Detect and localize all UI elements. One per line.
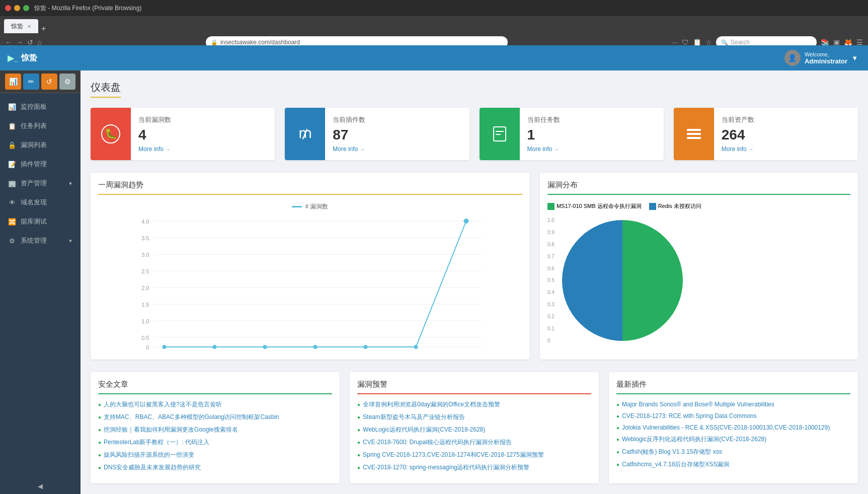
bullet-icon: ●	[98, 465, 101, 470]
plugin-link-6[interactable]: Catfishcms_v4.7.18后台存储型XSS漏洞	[622, 461, 729, 468]
vuln-alerts-title: 漏洞预警	[357, 380, 591, 394]
vuln-card-more[interactable]: More info →	[138, 146, 267, 153]
svg-text:2018-04-22: 2018-04-22	[353, 351, 379, 352]
user-text: Welcome, Administrator	[805, 51, 847, 65]
sidebar-label-sysadmin: 系统管理	[21, 236, 47, 245]
security-link-5[interactable]: 旋风风险扫描开源系统的一些演变	[104, 451, 194, 458]
pie-legend-label-2: Redis 未授权访问	[658, 202, 701, 210]
svg-rect-5	[496, 134, 501, 135]
toolbar-refresh-btn[interactable]: ↺	[41, 74, 57, 90]
plugin-card-label: 当前插件数	[333, 115, 461, 124]
svg-text:0: 0	[146, 344, 149, 350]
assets-expand-icon: ▼	[68, 181, 73, 186]
pie-chart-title: 漏洞分布	[547, 180, 850, 195]
user-dropdown-icon[interactable]: ▼	[851, 54, 858, 62]
svg-point-35	[212, 345, 216, 349]
list-item: ●旋风风险扫描开源系统的一些演变	[98, 451, 332, 459]
vuln-link-6[interactable]: CVE-2018-1270: spring-messaging远程代码执行漏洞分…	[363, 464, 529, 471]
sidebar-item-assets[interactable]: 🏢 资产管理 ▼	[0, 174, 81, 193]
close-button[interactable]	[5, 5, 11, 11]
latest-plugins-panel: 最新插件 ●Major Brands Sonos® and Bose® Mult…	[609, 372, 858, 483]
toolbar-edit-btn[interactable]: ✏	[23, 74, 39, 90]
vuln-link-4[interactable]: CVE-2018-7600: Drupal核心远程代码执行漏洞分析报告	[363, 439, 512, 446]
bullet-icon: ●	[357, 465, 360, 470]
assets-icon: 🏢	[8, 180, 17, 187]
svg-text:1.0: 1.0	[141, 318, 149, 324]
user-avatar: 👤	[784, 50, 801, 66]
toolbar-chart-btn[interactable]: 📊	[5, 74, 21, 90]
svg-text:2018-04-20: 2018-04-20	[252, 351, 278, 352]
list-item: ●Jolokia Vulnerabilities - RCE & XSS(CVE…	[616, 424, 850, 431]
security-link-3[interactable]: 挖洞经验｜看我如何利用漏洞更改Google搜索排名	[104, 426, 238, 433]
task-more-arrow: →	[554, 147, 559, 152]
svg-text:4.0: 4.0	[141, 219, 149, 225]
svg-text:2018-04-21: 2018-04-21	[302, 351, 329, 352]
asset-card-icon	[674, 108, 714, 160]
vuln-link-3[interactable]: WebLogic远程代码执行漏洞(CVE-2018-2628)	[363, 426, 485, 433]
line-chart-legend: # 漏洞数	[98, 202, 522, 211]
sysadmin-expand-icon: ▼	[68, 238, 73, 244]
task-card-more[interactable]: More info →	[527, 146, 656, 153]
security-link-4[interactable]: PentesterLab新手教程（一）: 代码注入	[104, 439, 209, 446]
line-chart-title: 一周漏洞趋势	[98, 180, 522, 195]
db-icon: 🔀	[8, 218, 17, 226]
new-tab-button[interactable]: +	[41, 24, 46, 33]
sidebar-item-domain[interactable]: 👁 域名发现	[0, 193, 81, 212]
security-link-1[interactable]: 人的大脑也可以被黑客入侵?这不是危言耸听	[104, 401, 222, 408]
svg-text:2018-04-24: 2018-04-24	[453, 351, 480, 352]
list-item: ●WebLogic远程代码执行漏洞(CVE-2018-2628)	[357, 426, 591, 434]
line-legend-label: # 漏洞数	[305, 202, 328, 211]
sidebar-collapse-btn[interactable]: ◀	[0, 478, 81, 494]
plugin-link-2[interactable]: CVE-2018-1273: RCE with Spring Data Comm…	[622, 412, 756, 419]
tab-label: 惊蛰	[11, 22, 23, 31]
plugin-link-1[interactable]: Major Brands Sonos® and Bose® Multiple V…	[622, 401, 774, 408]
vuln-more-text: More info	[138, 146, 164, 153]
sidebar-item-plugins[interactable]: 📝 插件管理	[0, 155, 81, 174]
toolbar-settings-btn[interactable]: ⚙	[59, 74, 75, 90]
stat-card-assets: 当前资产数 264 More info →	[674, 108, 858, 160]
vuln-link-1[interactable]: 全球首例利用浏览器0day漏洞的Office文档攻击预警	[363, 401, 500, 408]
vuln-link-2[interactable]: Steam新型盗号木马及产业链分析报告	[363, 413, 465, 420]
tab-close-button[interactable]: ✕	[27, 24, 31, 29]
vuln-card-body: 当前漏洞数 4 More info →	[131, 108, 275, 160]
vuln-link-5[interactable]: Spring CVE-2018-1273,CVE-2018-1274和CVE-2…	[363, 451, 544, 458]
plugin-link-4[interactable]: Weblogic反序列化远程代码执行漏洞(CVE-2018-2628)	[622, 436, 766, 443]
svg-rect-4	[496, 131, 504, 132]
browser-tab[interactable]: 惊蛰 ✕	[4, 19, 38, 33]
maximize-button[interactable]	[23, 5, 29, 11]
svg-point-36	[263, 345, 267, 349]
content-area: 仪表盘 🐛 当前漏洞数 4 More info →	[81, 70, 868, 494]
svg-rect-7	[687, 133, 701, 135]
pie-legend-label-1: MS17-010 SMB 远程命令执行漏洞	[557, 202, 642, 210]
stat-card-vulns: 🐛 当前漏洞数 4 More info →	[91, 108, 275, 160]
sidebar-item-monitor[interactable]: 📊 监控面板	[0, 97, 81, 116]
svg-rect-8	[687, 137, 701, 139]
plugin-link-3[interactable]: Jolokia Vulnerabilities - RCE & XSS(CVE-…	[622, 424, 830, 431]
plugins-icon: 📝	[8, 161, 17, 168]
window-title: 惊蛰 - Mozilla Firefox (Private Browsing)	[34, 4, 141, 13]
svg-text:2018-04-23: 2018-04-23	[403, 351, 429, 352]
list-item: ●Catfishcms_v4.7.18后台存储型XSS漏洞	[616, 460, 850, 469]
sidebar-item-sysadmin[interactable]: ⚙ 系统管理 ▼	[0, 231, 81, 250]
sidebar-item-vulns[interactable]: 🔓 漏洞列表	[0, 135, 81, 155]
bullet-icon: ●	[98, 452, 101, 458]
asset-card-more[interactable]: More info →	[722, 146, 850, 153]
plugin-card-more[interactable]: More info →	[333, 146, 461, 153]
minimize-button[interactable]	[14, 5, 20, 11]
bullet-icon: ●	[357, 414, 360, 420]
svg-text:2.5: 2.5	[141, 268, 149, 274]
bullet-icon: ●	[616, 462, 619, 467]
security-link-6[interactable]: DNS安全威胁及未来发展趋势的研究	[104, 464, 201, 471]
sidebar-item-tasks[interactable]: 📋 任务列表	[0, 116, 81, 135]
sidebar-label-vulns: 漏洞列表	[21, 140, 47, 150]
vuln-card-label: 当前漏洞数	[138, 115, 267, 124]
svg-point-40	[463, 219, 468, 224]
sidebar-item-db[interactable]: 🔀 据库测试	[0, 212, 81, 231]
latest-plugins-list: ●Major Brands Sonos® and Bose® Multiple …	[616, 400, 850, 469]
security-link-2[interactable]: 支持MAC、RBAC、ABAC多种模型的Golang访问控制框架Casbin	[104, 413, 279, 420]
list-item: ●CVE-2018-1273: RCE with Spring Data Com…	[616, 412, 850, 419]
sidebar: ▶_ 惊蛰 📊 ✏ ↺ ⚙ 📊 监控面板 📋 任务列表 🔓 漏洞列表 �	[0, 45, 81, 494]
plugin-link-5[interactable]: Catfish(鲶鱼) Blog V1.3.15存储型 xss	[622, 448, 722, 455]
charts-row: 一周漏洞趋势 # 漏洞数 4.0 3.5 3.0 2.5 2.0 1.5 1.0	[91, 173, 858, 360]
plugin-more-arrow: →	[360, 147, 365, 152]
